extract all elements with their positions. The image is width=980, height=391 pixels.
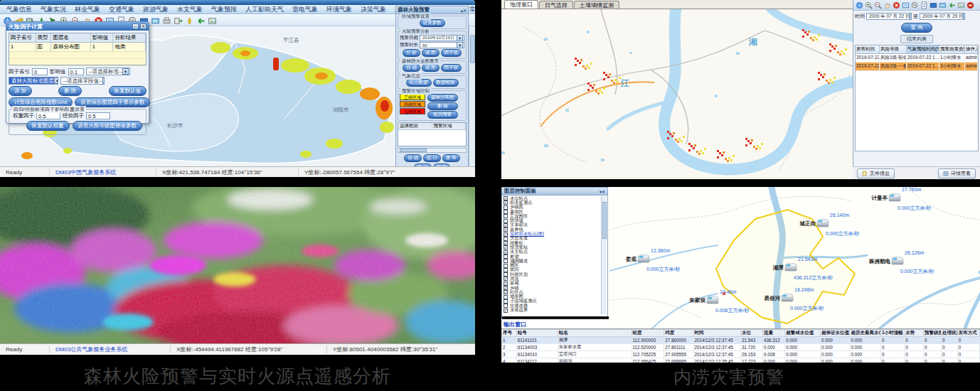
- list-horizontal-scrollbar[interactable]: [398, 148, 467, 153]
- minimize-icon[interactable]: ─: [132, 23, 139, 29]
- layer-checkbox[interactable]: [504, 304, 508, 308]
- close-icon[interactable]: ✕: [140, 23, 147, 29]
- station-table[interactable]: 序号站号站名经度纬度时间水位流量超警戒水位值超保证水位值超历史最高水位1小时涨幅…: [501, 329, 980, 363]
- layer-checkbox[interactable]: [504, 268, 508, 272]
- chevron-down-icon[interactable]: ▼: [122, 68, 129, 75]
- image-frame-icon[interactable]: [957, 1, 965, 9]
- menu-item[interactable]: 旅游气象: [139, 5, 172, 14]
- chevron-down-icon[interactable]: ▼: [102, 77, 105, 84]
- full-extent-icon[interactable]: [902, 1, 910, 9]
- layer-checkbox[interactable]: [504, 272, 508, 277]
- pan-hand-icon[interactable]: [883, 1, 891, 9]
- set-params-button[interactable]: 设置参数: [420, 19, 445, 27]
- fullmap-button[interactable]: 成 图: [422, 64, 440, 72]
- factor-table[interactable]: 因子索引类型图层名影响值分析结果 1面森林分布图1地类: [9, 33, 147, 65]
- close-icon[interactable]: ✕: [463, 8, 467, 13]
- zone-button[interactable]: 删 除: [427, 102, 458, 110]
- layer-checkbox[interactable]: [504, 237, 508, 241]
- layer-checkbox[interactable]: [504, 232, 508, 237]
- map-tab[interactable]: 日气选择: [539, 1, 573, 9]
- reset-weight-button[interactable]: 恢复默认权重: [26, 121, 70, 131]
- map-edit-icon[interactable]: [151, 16, 160, 25]
- delete-button[interactable]: 删 除: [58, 86, 82, 96]
- layer-checkbox[interactable]: [504, 214, 508, 218]
- panel-bottom-button[interactable]: 自 动: [404, 154, 422, 162]
- menu-item[interactable]: 雷电气象: [289, 5, 321, 14]
- layer-checkbox[interactable]: [504, 282, 508, 286]
- zone-button[interactable]: 取消预警: [427, 111, 458, 119]
- standard-select[interactable]: --请选择标准--▼: [86, 68, 130, 75]
- menu-item[interactable]: 人工影响天气: [242, 5, 287, 14]
- experience-factor-input[interactable]: 0.5: [86, 112, 110, 119]
- factor-index-input[interactable]: 0: [32, 68, 48, 75]
- layer-checkbox[interactable]: [504, 241, 508, 245]
- date-from-select[interactable]: 2009 年 07 月 22 日▼: [866, 13, 912, 20]
- stop-red-icon[interactable]: [966, 1, 974, 9]
- result-row[interactable]: 2019-07-22 1...风险1级-较低2019-07-22 1...1小时…: [856, 54, 978, 63]
- map-blue-icon[interactable]: [930, 1, 937, 9]
- analysis-button[interactable]: 因子值: [441, 49, 462, 57]
- analysis-button[interactable]: 分 析: [403, 49, 420, 57]
- menu-item[interactable]: 交通气象: [105, 5, 138, 14]
- date-to-select[interactable]: 2009 年 07 月 29 日▼: [920, 13, 965, 20]
- image-frame-icon[interactable]: [208, 16, 217, 25]
- map-vertical-scrollbar[interactable]: [469, 26, 475, 166]
- weight-input[interactable]: 0.1: [68, 68, 84, 75]
- warning-result-table[interactable]: 发布时间风险等级气象预报时间(h)预警雨量类型操作人 2019-07-22 1.…: [855, 45, 979, 151]
- zoom-percent-icon[interactable]: %: [911, 1, 919, 9]
- layer-checkbox[interactable]: [504, 255, 508, 259]
- layer-checkbox[interactable]: [504, 286, 508, 290]
- layer-select[interactable]: 森林火险标准图层▼: [9, 77, 58, 85]
- close-red-icon[interactable]: [893, 1, 900, 9]
- print-icon[interactable]: [162, 16, 171, 25]
- query-button[interactable]: 查 询: [901, 23, 932, 33]
- station-row[interactable]: 261134003朱家桥水库112.52000027.8011112014/12…: [502, 344, 980, 351]
- arrow-back-icon[interactable]: [948, 1, 956, 9]
- layer-checkbox[interactable]: [504, 290, 508, 294]
- layer-checkbox[interactable]: [504, 196, 508, 200]
- station-row[interactable]: 361134010宝塔河口112.70522527.9055552014/12/…: [502, 351, 980, 358]
- menu-item[interactable]: 气象实况: [37, 5, 70, 14]
- factor-table-row[interactable]: 1面森林分布图1地类: [9, 43, 146, 52]
- flood-risk-map[interactable]: 湘江: [501, 9, 853, 179]
- layer-scrollbar[interactable]: [601, 196, 607, 314]
- set-grid-params-button[interactable]: 设置综合图层因子显示参数: [75, 97, 150, 107]
- menu-item[interactable]: 决策气象: [357, 5, 390, 14]
- warning-area-list[interactable]: 选择图层预警区域: [398, 122, 467, 146]
- add-button[interactable]: 添 加: [9, 86, 32, 96]
- layer-checkbox[interactable]: [504, 295, 508, 299]
- result-row[interactable]: 2019-07-22 1...风险2级-一般2019-07-22 1...3小时…: [856, 63, 978, 71]
- zone-button[interactable]: 森林分布图: [427, 94, 458, 102]
- chevron-down-icon[interactable]: ▼: [54, 77, 58, 84]
- fullmap-button[interactable]: 因子值: [441, 64, 462, 72]
- menu-item[interactable]: 气象信息: [3, 5, 36, 14]
- layer-checkbox[interactable]: [504, 210, 508, 214]
- station-table-panel[interactable]: 序号站号站名经度纬度时间水位流量超警戒水位值超保证水位值超历史最高水位1小时涨幅…: [501, 328, 980, 363]
- layer-checkbox[interactable]: [504, 223, 508, 227]
- weather-button[interactable]: 站点数据: [406, 79, 432, 87]
- layer-checkbox[interactable]: [504, 205, 508, 210]
- layer-checkbox[interactable]: [504, 227, 508, 232]
- duration-select[interactable]: 60▼: [420, 42, 464, 48]
- set-level-map-button[interactable]: 设置火险等级图整体参数: [73, 121, 143, 131]
- file-info-button[interactable]: 文件信息: [857, 168, 895, 178]
- map-edit-icon[interactable]: [939, 1, 947, 9]
- layer-checkbox[interactable]: [504, 264, 508, 268]
- weight-factor-input[interactable]: 0.5: [36, 112, 60, 119]
- station-row[interactable]: 161141101湘潭112.90000027.8600002014/12/3 …: [502, 337, 980, 344]
- pin-yellow-icon[interactable]: [185, 16, 194, 25]
- reset-default-button[interactable]: 恢复默认值: [109, 86, 147, 96]
- panel-bottom-button[interactable]: 统 计: [423, 154, 441, 162]
- detail-view-button[interactable]: 详情查看: [938, 168, 976, 178]
- fullmap-button[interactable]: 自 动: [403, 64, 420, 72]
- layer-checkbox[interactable]: [504, 250, 508, 255]
- close-icon[interactable]: ✕: [602, 189, 605, 194]
- zoom-out-icon[interactable]: [874, 1, 882, 9]
- layer-checkbox[interactable]: [504, 245, 508, 250]
- layer-checkbox[interactable]: [504, 309, 508, 313]
- satellite-fire-image[interactable]: [0, 187, 475, 343]
- warning-date-select[interactable]: 2010年10月13日▼: [420, 35, 464, 41]
- layer-checkbox[interactable]: [504, 219, 508, 223]
- layer-item[interactable]: 水体边界: [504, 308, 606, 312]
- arrow-back-icon[interactable]: [196, 16, 206, 25]
